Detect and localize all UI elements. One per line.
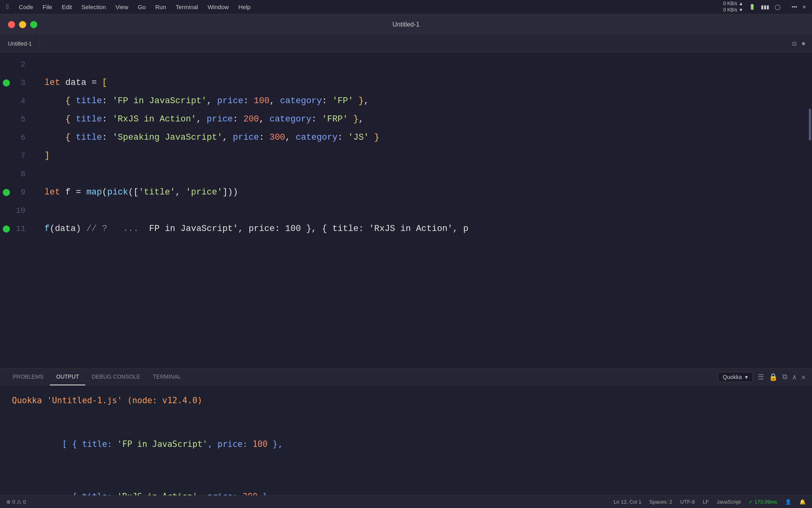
warning-number: 0 <box>23 499 26 505</box>
bp-slot-11[interactable] <box>0 220 13 238</box>
code-line-5: { title: 'RxJS in Action', price: 200, c… <box>44 110 812 129</box>
panel-content: Quokka 'Untitled-1.js' (node: v12.4.0) [… <box>0 385 812 495</box>
ln-5: 5 <box>13 110 35 129</box>
code-line-11: f(data) // ? ... FP in JavaScript', pric… <box>44 220 812 238</box>
bp-slot-2 <box>0 56 13 74</box>
tab-problems[interactable]: PROBLEMS <box>6 369 50 385</box>
ln-8: 8 <box>13 165 35 183</box>
line-numbers: 2 3 4 5 6 7 8 9 10 11 <box>13 56 44 238</box>
minimize-button[interactable] <box>19 21 26 28</box>
split-editor-icon[interactable]: ⊡ <box>792 39 797 48</box>
statusbar-right: Ln 12, Col 1 Spaces: 2 UTF-8 LF JavaScri… <box>614 499 806 505</box>
menu-run[interactable]: Run <box>151 2 170 12</box>
traffic-lights <box>8 21 37 28</box>
apple-logo:  <box>6 4 10 11</box>
panel-area: PROBLEMS OUTPUT DEBUG CONSOLE TERMINAL Q… <box>0 368 812 495</box>
titlebar: Untitled-1 <box>0 14 812 35</box>
line-ending-indicator[interactable]: LF <box>703 499 709 505</box>
vpn-icon: ◯ <box>775 4 781 10</box>
ln-9: 9 <box>13 183 35 202</box>
quokka-time: ✓ 173.09ms <box>749 499 777 505</box>
panel-copy-icon[interactable]: ⧉ <box>782 373 787 381</box>
ln-11: 11 <box>13 220 35 238</box>
editor-scrollbar[interactable] <box>808 52 812 368</box>
output-line-1: [ { title: 'FP in JavaScript', price: 10… <box>12 418 800 470</box>
code-line-10 <box>44 202 812 220</box>
panel-tabs-right: Quokka ▾ ☰ 🔒 ⧉ ∧ ✕ <box>718 372 806 382</box>
warning-icon: ⚠ <box>17 499 21 505</box>
code-line-8 <box>44 165 812 183</box>
code-editor[interactable]: let data = [ { title: 'FP in JavaScript'… <box>44 56 812 238</box>
bp-slot-5 <box>0 110 13 129</box>
error-icon: ⊗ <box>6 499 11 505</box>
panel-close-icon[interactable]: ✕ <box>801 373 806 381</box>
code-line-2 <box>44 56 812 74</box>
tab-debug-console[interactable]: DEBUG CONSOLE <box>85 369 146 385</box>
code-line-4: { title: 'FP in JavaScript', price: 100,… <box>44 92 812 110</box>
panel-list-icon[interactable]: ☰ <box>758 373 764 381</box>
encoding-indicator[interactable]: UTF-8 <box>680 499 695 505</box>
menu-selection[interactable]: Selection <box>78 2 110 12</box>
ln-10: 10 <box>13 202 35 220</box>
ln-7: 7 <box>13 147 35 165</box>
menu-help[interactable]: Help <box>234 2 255 12</box>
window-title: Untitled-1 <box>393 21 419 28</box>
bp-slot-3[interactable] <box>0 74 13 92</box>
code-line-7: ] <box>44 147 812 165</box>
menu-window[interactable]: Window <box>204 2 233 12</box>
output-header: Quokka 'Untitled-1.js' (node: v12.4.0) <box>12 392 800 409</box>
bp-slot-9[interactable] <box>0 183 13 202</box>
menu-code[interactable]: Code <box>15 2 37 12</box>
panel-tabs: PROBLEMS OUTPUT DEBUG CONSOLE TERMINAL Q… <box>0 369 812 385</box>
tabbar-right: ⊡ ● <box>786 35 812 52</box>
menubar-right: 0 KB/s ▲0 KB/s ▼ 🔋 ▮▮▮ ◯ ••• ≡ <box>723 1 806 13</box>
tab-output[interactable]: OUTPUT <box>50 369 86 385</box>
output-source-dropdown[interactable]: Quokka ▾ <box>718 372 753 382</box>
ln-2: 2 <box>13 56 35 74</box>
battery-icon: 🔋 <box>749 4 755 10</box>
app-container:  Code File Edit Selection View Go Run T… <box>0 0 812 508</box>
network-status: 0 KB/s ▲0 KB/s ▼ <box>723 1 743 13</box>
bp-slot-10 <box>0 202 13 220</box>
bp-slot-4 <box>0 92 13 110</box>
menu-terminal[interactable]: Terminal <box>172 2 202 12</box>
language-indicator[interactable]: JavaScript <box>717 499 741 505</box>
person-icon[interactable]: 👤 <box>785 499 791 505</box>
tabbar: Untitled-1 ⊡ ● <box>0 35 812 52</box>
dropdown-label: Quokka <box>723 374 742 380</box>
ln-3: 3 <box>13 74 35 92</box>
panel-lock-icon[interactable]: 🔒 <box>769 373 778 381</box>
ln-4: 4 <box>13 92 35 110</box>
error-count[interactable]: ⊗ 0 ⚠ 0 <box>6 499 26 505</box>
panel-collapse-up-icon[interactable]: ∧ <box>792 373 797 381</box>
menu-list-icon: ≡ <box>802 4 806 10</box>
main-area: 2 3 4 5 6 7 8 9 10 11 le <box>0 52 812 508</box>
bp-slot-7 <box>0 147 13 165</box>
maximize-button[interactable] <box>30 21 37 28</box>
breakpoint-area <box>0 56 13 238</box>
menu-file[interactable]: File <box>38 2 56 12</box>
dropdown-chevron-icon: ▾ <box>745 374 748 380</box>
scrollbar-thumb <box>809 109 811 140</box>
tab-untitled1[interactable]: Untitled-1 <box>0 35 40 52</box>
menu-edit[interactable]: Edit <box>58 2 76 12</box>
menubar:  Code File Edit Selection View Go Run T… <box>0 0 812 14</box>
bp-slot-6 <box>0 129 13 147</box>
tab-output-label: OUTPUT <box>56 373 79 380</box>
close-button[interactable] <box>8 21 15 28</box>
menu-go[interactable]: Go <box>134 2 149 12</box>
spaces-indicator[interactable]: Spaces: 2 <box>649 499 672 505</box>
cursor-position[interactable]: Ln 12, Col 1 <box>614 499 642 505</box>
code-line-6: { title: 'Speaking JavaScript', price: 3… <box>44 129 812 147</box>
editor-area: 2 3 4 5 6 7 8 9 10 11 le <box>0 52 812 368</box>
statusbar: ⊗ 0 ⚠ 0 Ln 12, Col 1 Spaces: 2 UTF-8 LF … <box>0 495 812 508</box>
menu-view[interactable]: View <box>111 2 132 12</box>
error-number: 0 <box>12 499 15 505</box>
code-line-9: let f = map(pick(['title', 'price'])) <box>44 183 812 202</box>
bell-icon[interactable]: 🔔 <box>799 499 806 505</box>
code-container: 2 3 4 5 6 7 8 9 10 11 le <box>0 52 812 241</box>
tab-terminal[interactable]: TERMINAL <box>147 369 188 385</box>
tab-problems-label: PROBLEMS <box>13 373 44 380</box>
bp-slot-8 <box>0 165 13 183</box>
tab-terminal-label: TERMINAL <box>153 373 181 380</box>
